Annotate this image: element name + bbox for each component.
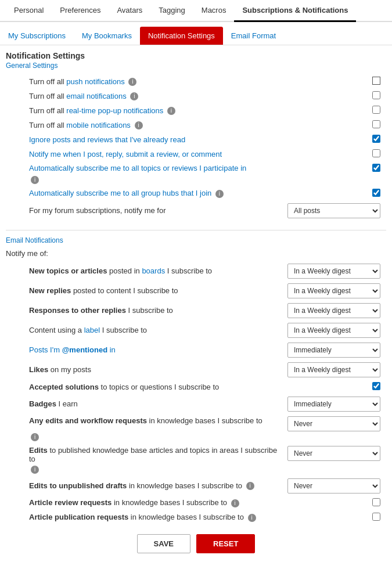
mobile-row: Turn off all mobile notifications i	[6, 118, 386, 132]
general-settings-section: Turn off all push notifications i Turn o…	[6, 74, 386, 221]
article-review-checkbox[interactable]	[372, 498, 380, 506]
autosub-topics-label: Automatically subscribe me to all topics…	[29, 164, 246, 172]
article-review-label: Article review requests in knowledge bas…	[29, 498, 239, 507]
badges-select[interactable]: Immediately In a Weekly digest Never	[287, 397, 380, 412]
notify-when-post-label: Notify me when I post, reply, submit a r…	[29, 150, 222, 158]
mentioned-select[interactable]: Immediately In a Weekly digest Never	[287, 343, 380, 358]
edits-workflow-row: Any edits and workflow requests in knowl…	[6, 414, 386, 444]
email-notif-section: Email Notifications Notify me of: New to…	[6, 236, 386, 525]
article-review-row: Article review requests in knowledge bas…	[6, 496, 386, 510]
edits-workflow-select[interactable]: Immediately In a Weekly digest Never	[287, 416, 380, 431]
accepted-solutions-row: Accepted solutions to topics or question…	[6, 380, 386, 394]
notify-me-of-label: Notify me of:	[6, 249, 386, 258]
realtime-row: Turn off all real-time pop-up notificati…	[6, 103, 386, 118]
save-button[interactable]: SAVE	[137, 534, 190, 553]
subnav-email-format[interactable]: Email Format	[223, 27, 284, 45]
subnav-notification-settings[interactable]: Notification Settings	[140, 27, 223, 45]
email-checkbox[interactable]	[372, 91, 380, 99]
sub-nav: My Subscriptions My Bookmarks Notificati…	[0, 22, 392, 45]
realtime-label: Turn off all real-time pop-up notificati…	[29, 106, 163, 115]
forum-notify-select[interactable]: All posts New topics only Never	[287, 203, 380, 218]
push-checkbox[interactable]	[372, 77, 380, 85]
forum-notify-label: For my forum subscriptions, notify me fo…	[29, 206, 166, 215]
autosub-topics-checkbox[interactable]	[372, 164, 380, 172]
edits-workflow-label: Any edits and workflow requests in knowl…	[29, 416, 282, 425]
new-replies-select[interactable]: Immediately In a Weekly digest Never	[287, 283, 380, 298]
badges-label: Badges I earn	[29, 399, 78, 408]
mentioned-row: Posts I'm @mentioned in Immediately In a…	[6, 340, 386, 360]
likes-select[interactable]: Immediately In a Weekly digest Never	[287, 362, 380, 377]
new-replies-label: New replies posted to content I subscrib…	[29, 286, 178, 295]
new-replies-row: New replies posted to content I subscrib…	[6, 281, 386, 301]
edits-published-label: Edits to published knowledge base articl…	[29, 446, 282, 463]
responses-label: Responses to other replies I subscribe t…	[29, 306, 173, 315]
notify-when-post-row: Notify me when I post, reply, submit a r…	[6, 147, 386, 161]
edits-unpublished-row: Edits to unpublished drafts in knowledge…	[6, 476, 386, 496]
edits-workflow-info-icon[interactable]: i	[31, 433, 39, 441]
autosub-hubs-checkbox[interactable]	[372, 189, 380, 197]
edits-published-row: Edits to published knowledge base articl…	[6, 444, 386, 476]
mobile-label: Turn off all mobile notifications	[29, 121, 131, 129]
ignore-posts-checkbox[interactable]	[372, 135, 380, 143]
label-content-select[interactable]: Immediately In a Weekly digest Never	[287, 323, 380, 338]
general-settings-title: General Settings	[6, 62, 386, 70]
top-nav: Personal Preferences Avatars Tagging Mac…	[0, 0, 392, 22]
page-title: Notification Settings	[6, 51, 386, 60]
edits-unpublished-info-icon[interactable]: i	[246, 482, 254, 490]
edits-published-info-icon[interactable]: i	[31, 466, 39, 474]
accepted-solutions-checkbox[interactable]	[372, 382, 380, 390]
edits-unpublished-select[interactable]: Immediately In a Weekly digest Never	[287, 478, 380, 493]
article-pub-checkbox[interactable]	[372, 513, 380, 521]
edits-published-select[interactable]: Immediately In a Weekly digest Never	[287, 446, 380, 461]
subnav-my-bookmarks[interactable]: My Bookmarks	[74, 27, 140, 45]
autosub-hubs-label: Automatically subscribe me to all group …	[29, 189, 211, 197]
mobile-checkbox[interactable]	[372, 120, 380, 128]
push-label: Turn off all push notifications	[29, 77, 125, 86]
notify-when-post-checkbox[interactable]	[372, 149, 380, 157]
article-pub-label: Article publication requests in knowledg…	[29, 513, 256, 521]
email-info-icon[interactable]: i	[130, 92, 138, 100]
autosub-hubs-info-icon[interactable]: i	[215, 190, 224, 198]
push-notifications-row: Turn off all push notifications i	[6, 74, 386, 89]
mentioned-label: Posts I'm @mentioned in	[29, 345, 116, 354]
new-topics-row: New topics or articles posted in boards …	[6, 261, 386, 281]
responses-row: Responses to other replies I subscribe t…	[6, 301, 386, 320]
email-label: Turn off all email notifications	[29, 92, 127, 100]
forum-notify-row: For my forum subscriptions, notify me fo…	[6, 201, 386, 221]
nav-macros[interactable]: Macros	[193, 0, 235, 21]
nav-personal[interactable]: Personal	[6, 0, 52, 21]
new-topics-label: New topics or articles posted in boards …	[29, 266, 212, 275]
nav-avatars[interactable]: Avatars	[109, 0, 150, 21]
edits-unpublished-label: Edits to unpublished drafts in knowledge…	[29, 481, 254, 490]
email-notif-title: Email Notifications	[6, 236, 386, 244]
badges-row: Badges I earn Immediately In a Weekly di…	[6, 394, 386, 414]
nav-preferences[interactable]: Preferences	[52, 0, 109, 21]
likes-row: Likes on my posts Immediately In a Weekl…	[6, 360, 386, 380]
label-content-label: Content using a label I subscribe to	[29, 326, 147, 334]
nav-subscriptions[interactable]: Subscriptions & Notifications	[234, 0, 356, 22]
article-review-info-icon[interactable]: i	[231, 499, 239, 507]
article-pub-info-icon[interactable]: i	[248, 514, 256, 522]
new-topics-select[interactable]: Immediately In a Weekly digest Never	[287, 264, 380, 279]
mobile-info-icon[interactable]: i	[135, 121, 143, 129]
realtime-checkbox[interactable]	[372, 106, 380, 114]
reset-button[interactable]: RESET	[196, 534, 255, 553]
ignore-posts-row: Ignore posts and reviews that I've alrea…	[6, 132, 386, 147]
autosub-topics-row: Automatically subscribe me to all topics…	[6, 161, 386, 186]
likes-label: Likes on my posts	[29, 365, 91, 374]
subnav-my-subscriptions[interactable]: My Subscriptions	[0, 27, 74, 45]
push-info-icon[interactable]: i	[128, 78, 136, 86]
ignore-posts-label: Ignore posts and reviews that I've alrea…	[29, 135, 185, 144]
action-buttons: SAVE RESET	[6, 525, 386, 563]
autosub-topics-info-icon[interactable]: i	[31, 176, 39, 184]
label-content-row: Content using a label I subscribe to Imm…	[6, 320, 386, 340]
realtime-info-icon[interactable]: i	[167, 107, 175, 115]
nav-tagging[interactable]: Tagging	[150, 0, 193, 21]
autosub-hubs-row: Automatically subscribe me to all group …	[6, 186, 386, 201]
accepted-solutions-label: Accepted solutions to topics or question…	[29, 383, 219, 391]
email-notifications-row: Turn off all email notifications i	[6, 89, 386, 103]
responses-select[interactable]: Immediately In a Weekly digest Never	[287, 303, 380, 318]
article-pub-row: Article publication requests in knowledg…	[6, 510, 386, 525]
